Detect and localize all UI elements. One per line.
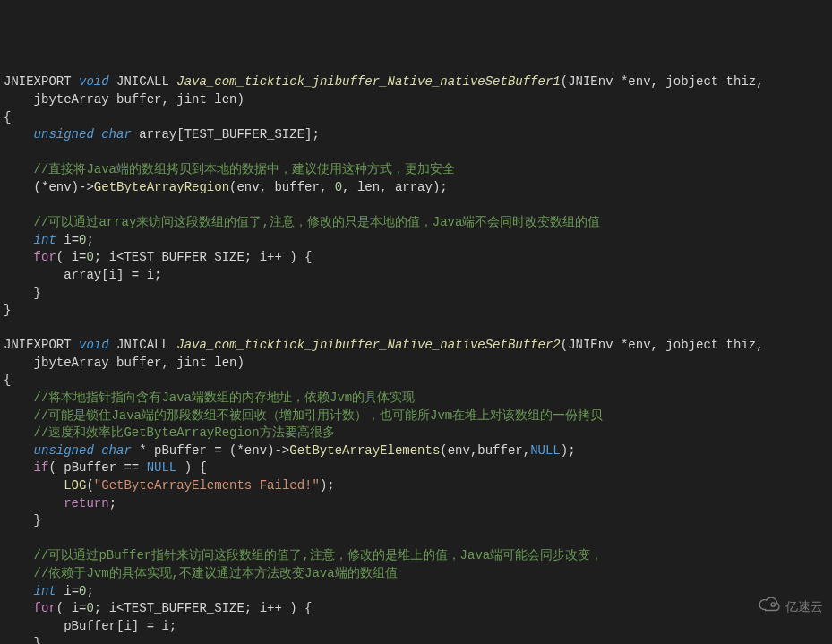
fn-log: LOG bbox=[64, 478, 86, 493]
comment: //可以通过pBuffer指针来访问这段数组的值了,注意，修改的是堆上的值，Ja… bbox=[34, 548, 604, 562]
literal-zero: 0 bbox=[86, 601, 93, 615]
fn-getbytearrayregion: GetByteArrayRegion bbox=[94, 180, 229, 194]
loop-body: pBuffer[i] = i; bbox=[4, 619, 176, 633]
semicolon: ; bbox=[86, 584, 93, 598]
fn-getbytearrayelements: GetByteArrayElements bbox=[289, 443, 440, 458]
watermark-text: 亿速云 bbox=[785, 598, 823, 616]
loop-close: } bbox=[4, 286, 41, 300]
keyword-int: int bbox=[34, 584, 56, 598]
call-args: (env, buffer, bbox=[229, 180, 335, 194]
literal-null: NULL bbox=[147, 460, 177, 475]
for-args-b: ; i<TEST_BUFFER_SIZE; i++ ) { bbox=[94, 601, 313, 615]
call-prefix: (*env)-> bbox=[4, 180, 94, 194]
if-cond-b: ) { bbox=[176, 460, 207, 475]
keyword-for: for bbox=[34, 250, 56, 264]
semicolon: ; bbox=[109, 496, 116, 511]
decl-args: (env,buffer, bbox=[440, 443, 530, 458]
string-literal: "GetByteArrayElements Failed!" bbox=[94, 478, 320, 493]
keyword-jnicall: JNICALL bbox=[116, 338, 169, 352]
if-close: } bbox=[4, 513, 41, 528]
literal-zero: 0 bbox=[335, 180, 342, 194]
literal-null: NULL bbox=[530, 443, 561, 458]
call-args2: , len, array); bbox=[342, 180, 448, 194]
int-decl: i= bbox=[56, 233, 79, 247]
comment: //直接将Java端的数组拷贝到本地的数据中，建议使用这种方式，更加安全 bbox=[34, 162, 455, 176]
decl-pbuffer: * pBuffer = (*env)-> bbox=[132, 443, 289, 458]
svg-point-0 bbox=[771, 603, 775, 606]
keyword-if: if bbox=[34, 460, 49, 475]
params-line1: (JNIEnv *env, jobject thiz, bbox=[561, 74, 764, 89]
log-close: ); bbox=[320, 478, 335, 493]
brace-open: { bbox=[4, 110, 11, 125]
params-line1: (JNIEnv *env, jobject thiz, bbox=[561, 338, 764, 352]
keyword-jnicall: JNICALL bbox=[116, 74, 169, 89]
type-unsigned-char: unsigned char bbox=[34, 443, 132, 458]
if-cond-a: ( pBuffer == bbox=[48, 460, 146, 475]
keyword-for: for bbox=[34, 601, 56, 615]
int-decl: i= bbox=[56, 584, 79, 598]
keyword-void: void bbox=[79, 74, 109, 89]
decl-array: array[TEST_BUFFER_SIZE]; bbox=[132, 127, 320, 142]
comment: //速度和效率比GetByteArrayRegion方法要高很多 bbox=[34, 425, 335, 440]
function-name: Java_com_ticktick_jnibuffer_Native_nativ… bbox=[176, 74, 560, 89]
comment: //可以通过array来访问这段数组的值了,注意，修改的只是本地的值，Java端… bbox=[34, 215, 601, 229]
keyword-export: JNIEXPORT bbox=[4, 338, 72, 352]
params-line2: jbyteArray buffer, jint len) bbox=[4, 92, 244, 107]
comment: //依赖于Jvm的具体实现,不建议通过本方法改变Java端的数组值 bbox=[34, 566, 398, 580]
literal-zero: 0 bbox=[86, 250, 93, 264]
function-name: Java_com_ticktick_jnibuffer_Native_nativ… bbox=[176, 338, 560, 352]
keyword-export: JNIEXPORT bbox=[4, 74, 72, 89]
brace-open: { bbox=[4, 373, 11, 387]
brace-close: } bbox=[4, 303, 11, 317]
cloud-icon bbox=[744, 579, 782, 635]
decl-end: ); bbox=[561, 443, 576, 458]
semicolon: ; bbox=[86, 233, 93, 247]
for-args-a: ( i= bbox=[56, 601, 87, 615]
log-open: ( bbox=[86, 478, 93, 493]
comment: //将本地指针指向含有Java端数组的内存地址，依赖Jvm的具体实现 bbox=[34, 391, 416, 405]
for-args-b: ; i<TEST_BUFFER_SIZE; i++ ) { bbox=[94, 250, 313, 264]
comment: //可能是锁住Java端的那段数组不被回收（增加引用计数），也可能所Jvm在堆上… bbox=[34, 408, 604, 423]
keyword-return: return bbox=[64, 496, 108, 511]
code-block: JNIEXPORT void JNICALL Java_com_ticktick… bbox=[4, 73, 828, 644]
type-unsigned-char: unsigned char bbox=[34, 127, 132, 142]
keyword-void: void bbox=[79, 338, 109, 352]
params-line2: jbyteArray buffer, jint len) bbox=[4, 356, 244, 370]
for-args-a: ( i= bbox=[56, 250, 87, 264]
loop-body: array[i] = i; bbox=[4, 268, 161, 282]
keyword-int: int bbox=[34, 233, 56, 247]
watermark: 亿速云 bbox=[744, 579, 823, 635]
loop-close: } bbox=[4, 636, 41, 644]
